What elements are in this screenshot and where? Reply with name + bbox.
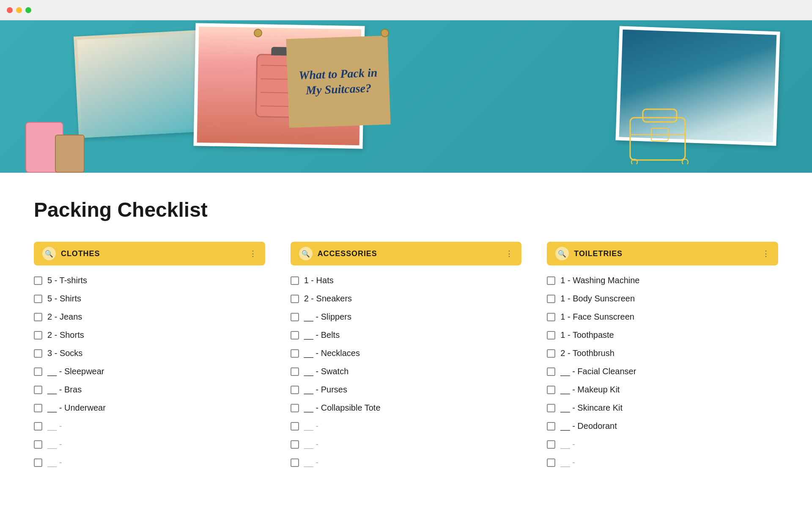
list-item: 1 - Washing Machine (547, 276, 778, 285)
list-item: __ - Sleepwear (34, 367, 265, 376)
close-button[interactable] (7, 7, 13, 13)
item-label-accessories-1: 2 - Sneakers (304, 294, 352, 304)
checkbox-clothes-3[interactable] (34, 331, 42, 340)
list-item: 2 - Jeans (34, 312, 265, 322)
item-label-clothes-0: 5 - T-shirts (47, 276, 87, 285)
list-item: 5 - T-shirts (34, 276, 265, 285)
more-options-accessories[interactable]: ⋮ (505, 249, 513, 258)
list-item: __ - (291, 439, 522, 449)
checkbox-toiletries-0[interactable] (547, 276, 555, 285)
checkbox-clothes-7[interactable] (34, 404, 42, 412)
column-accessories: 🔍ACCESSORIES⋮1 - Hats2 - Sneakers__ - Sl… (291, 242, 522, 476)
checkbox-clothes-9[interactable] (34, 440, 42, 449)
item-label-accessories-2: __ - Slippers (304, 312, 351, 322)
checkbox-clothes-4[interactable] (34, 349, 42, 358)
checkbox-toiletries-6[interactable] (547, 386, 555, 394)
checkbox-toiletries-8[interactable] (547, 422, 555, 431)
item-label-toiletries-9: __ - (560, 439, 575, 449)
checkbox-clothes-1[interactable] (34, 295, 42, 303)
list-item: __ - Collapsible Tote (291, 403, 522, 413)
list-item: __ - Underwear (34, 403, 265, 413)
list-item: 5 - Shirts (34, 294, 265, 304)
checkbox-toiletries-1[interactable] (547, 295, 555, 303)
checkbox-toiletries-4[interactable] (547, 349, 555, 358)
checklist-columns: 🔍CLOTHES⋮5 - T-shirts5 - Shirts2 - Jeans… (34, 242, 778, 476)
list-item: 1 - Hats (291, 276, 522, 285)
item-label-clothes-6: __ - Bras (47, 385, 82, 395)
column-toiletries: 🔍TOILETRIES⋮1 - Washing Machine1 - Body … (547, 242, 778, 476)
list-item: __ - Facial Cleanser (547, 367, 778, 376)
item-label-accessories-6: __ - Purses (304, 385, 347, 395)
checkbox-toiletries-5[interactable] (547, 367, 555, 376)
item-label-accessories-3: __ - Belts (304, 330, 340, 340)
more-options-clothes[interactable]: ⋮ (249, 249, 257, 258)
svg-rect-1 (643, 109, 677, 122)
checkbox-accessories-3[interactable] (291, 331, 299, 340)
checkbox-accessories-5[interactable] (291, 367, 299, 376)
search-icon-clothes: 🔍 (42, 247, 56, 260)
category-header-accessories: 🔍ACCESSORIES⋮ (291, 242, 522, 265)
checkbox-clothes-6[interactable] (34, 386, 42, 394)
list-item: 1 - Toothpaste (547, 330, 778, 340)
category-title-clothes: CLOTHES (61, 249, 244, 258)
checkbox-toiletries-9[interactable] (547, 440, 555, 449)
checkbox-accessories-8[interactable] (291, 422, 299, 431)
list-item: __ - Makeup Kit (547, 385, 778, 395)
photo-left-image (77, 33, 210, 135)
search-icon-accessories: 🔍 (299, 247, 313, 260)
item-label-toiletries-0: 1 - Washing Machine (560, 276, 639, 285)
checkbox-clothes-5[interactable] (34, 367, 42, 376)
checkbox-accessories-1[interactable] (291, 295, 299, 303)
item-label-accessories-0: 1 - Hats (304, 276, 334, 285)
category-title-toiletries: TOILETRIES (574, 249, 757, 258)
hero-photo-left (74, 30, 214, 138)
pin-left (254, 29, 262, 37)
item-label-toiletries-5: __ - Facial Cleanser (560, 367, 636, 376)
item-label-clothes-3: 2 - Shorts (47, 330, 84, 340)
hero-note-text: What to Pack in My Suitcase? (296, 65, 381, 99)
list-item: __ - Deodorant (547, 421, 778, 431)
svg-rect-0 (630, 118, 685, 160)
item-label-clothes-9: __ - (47, 439, 62, 449)
item-label-clothes-1: 5 - Shirts (47, 294, 81, 304)
item-label-toiletries-1: 1 - Body Sunscreen (560, 294, 635, 304)
list-item: 1 - Face Sunscreen (547, 312, 778, 322)
page-title: Packing Checklist (34, 198, 778, 221)
checkbox-accessories-0[interactable] (291, 276, 299, 285)
checkbox-accessories-2[interactable] (291, 313, 299, 321)
checkbox-toiletries-7[interactable] (547, 404, 555, 412)
checkbox-accessories-9[interactable] (291, 440, 299, 449)
checkbox-clothes-8[interactable] (34, 422, 42, 431)
hero-note-card: What to Pack in My Suitcase? (286, 36, 390, 128)
list-item: __ - (34, 421, 265, 431)
list-item: __ - Slippers (291, 312, 522, 322)
list-item: __ - (547, 439, 778, 449)
checkbox-accessories-10[interactable] (291, 458, 299, 467)
checkbox-clothes-0[interactable] (34, 276, 42, 285)
checkbox-toiletries-3[interactable] (547, 331, 555, 340)
category-header-toiletries: 🔍TOILETRIES⋮ (547, 242, 778, 265)
list-item: __ - Bras (34, 385, 265, 395)
checkbox-accessories-6[interactable] (291, 386, 299, 394)
maximize-button[interactable] (25, 7, 31, 13)
hero-banner: What to Pack in My Suitcase? (0, 20, 812, 173)
list-item: __ - Necklaces (291, 348, 522, 358)
item-label-toiletries-10: __ - (560, 458, 575, 467)
checkbox-accessories-7[interactable] (291, 404, 299, 412)
more-options-toiletries[interactable]: ⋮ (762, 249, 770, 258)
list-item: __ - (34, 439, 265, 449)
main-content: Packing Checklist 🔍CLOTHES⋮5 - T-shirts5… (0, 173, 812, 501)
list-item: 2 - Sneakers (291, 294, 522, 304)
item-label-clothes-4: 3 - Socks (47, 348, 82, 358)
checkbox-clothes-10[interactable] (34, 458, 42, 467)
list-item: 3 - Socks (34, 348, 265, 358)
item-label-toiletries-3: 1 - Toothpaste (560, 330, 614, 340)
checkbox-accessories-4[interactable] (291, 349, 299, 358)
svg-point-5 (682, 159, 688, 164)
list-item: __ - (291, 421, 522, 431)
checkbox-toiletries-2[interactable] (547, 313, 555, 321)
list-item: __ - (291, 458, 522, 467)
minimize-button[interactable] (16, 7, 22, 13)
checkbox-clothes-2[interactable] (34, 313, 42, 321)
checkbox-toiletries-10[interactable] (547, 458, 555, 467)
